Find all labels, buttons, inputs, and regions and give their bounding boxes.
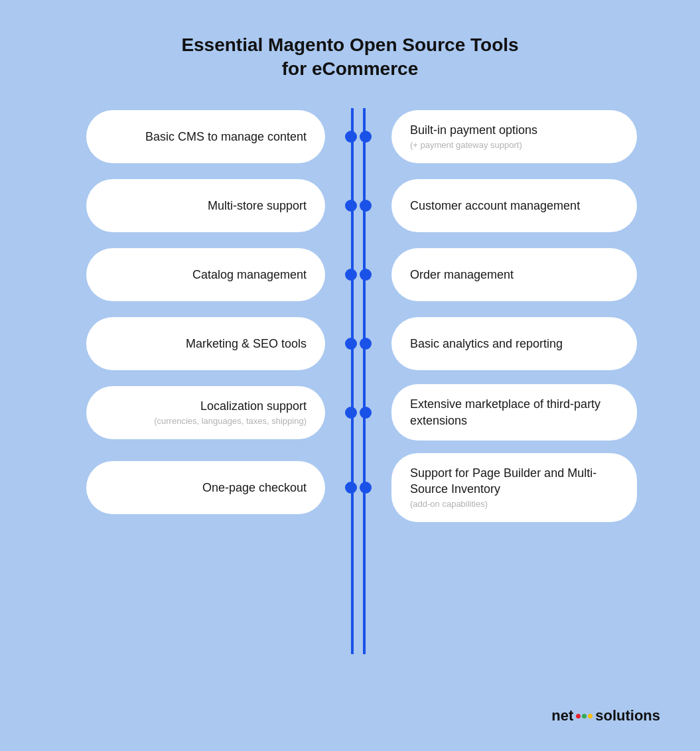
left-cell-4: Marketing & SEO tools bbox=[40, 317, 325, 370]
right-pill-6: Support for Page Builder and Multi-Sourc… bbox=[391, 453, 637, 522]
right-cell-5: Extensive marketplace of third-party ext… bbox=[391, 384, 660, 441]
left-cell-6: One-page checkout bbox=[40, 461, 325, 514]
left-pill-1: Basic CMS to manage content bbox=[86, 110, 325, 163]
dot-right-3 bbox=[360, 269, 372, 281]
left-cell-2: Multi-store support bbox=[40, 179, 325, 232]
right-cell-3: Order management bbox=[391, 248, 660, 301]
dot-right-2 bbox=[360, 200, 372, 212]
left-cell-3: Catalog management bbox=[40, 248, 325, 301]
brand-dot-group bbox=[576, 714, 593, 718]
left-pill-6: One-page checkout bbox=[86, 461, 325, 514]
brand-dot-red bbox=[576, 714, 581, 718]
center-cell-2 bbox=[325, 177, 391, 234]
brand-logo: net solutions bbox=[551, 707, 660, 724]
right-main-text-4: Basic analytics and reporting bbox=[410, 336, 618, 352]
center-cell-6 bbox=[325, 459, 391, 516]
left-main-text-2: Multi-store support bbox=[105, 198, 307, 214]
footer: net solutions bbox=[40, 707, 660, 724]
page-title: Essential Magento Open Source Tools for … bbox=[181, 33, 518, 82]
right-pill-5: Extensive marketplace of third-party ext… bbox=[391, 384, 637, 441]
row-1: Basic CMS to manage contentBuilt-in paym… bbox=[40, 108, 660, 165]
center-cell-1 bbox=[325, 108, 391, 165]
left-cell-5: Localization support(currencies, languag… bbox=[40, 386, 325, 439]
row-5: Localization support(currencies, languag… bbox=[40, 384, 660, 441]
diagram: Basic CMS to manage contentBuilt-in paym… bbox=[40, 108, 660, 694]
right-pill-2: Customer account management bbox=[391, 179, 637, 232]
left-pill-4: Marketing & SEO tools bbox=[86, 317, 325, 370]
left-main-text-3: Catalog management bbox=[105, 267, 307, 283]
brand-solutions: solutions bbox=[595, 707, 660, 724]
left-cell-1: Basic CMS to manage content bbox=[40, 110, 325, 163]
right-cell-4: Basic analytics and reporting bbox=[391, 317, 660, 370]
brand-dot-yellow bbox=[588, 714, 593, 718]
brand-dot-green bbox=[582, 714, 587, 718]
right-main-text-5: Extensive marketplace of third-party ext… bbox=[410, 396, 618, 429]
row-6: One-page checkoutSupport for Page Builde… bbox=[40, 453, 660, 522]
dot-left-5 bbox=[345, 407, 357, 419]
left-pill-5: Localization support(currencies, languag… bbox=[86, 386, 325, 439]
right-pill-3: Order management bbox=[391, 248, 637, 301]
center-cell-3 bbox=[325, 246, 391, 303]
right-sub-text-6: (add-on capabilities) bbox=[410, 499, 618, 510]
dot-right-4 bbox=[360, 338, 372, 350]
right-main-text-6: Support for Page Builder and Multi-Sourc… bbox=[410, 465, 618, 498]
left-pill-2: Multi-store support bbox=[86, 179, 325, 232]
dot-left-2 bbox=[345, 200, 357, 212]
row-3: Catalog managementOrder management bbox=[40, 246, 660, 303]
right-main-text-1: Built-in payment options bbox=[410, 122, 618, 138]
dot-left-3 bbox=[345, 269, 357, 281]
rows-container: Basic CMS to manage contentBuilt-in paym… bbox=[40, 108, 660, 522]
brand-net: net bbox=[551, 707, 573, 724]
dot-right-6 bbox=[360, 482, 372, 494]
right-cell-2: Customer account management bbox=[391, 179, 660, 232]
row-4: Marketing & SEO toolsBasic analytics and… bbox=[40, 315, 660, 372]
row-2: Multi-store supportCustomer account mana… bbox=[40, 177, 660, 234]
dot-left-6 bbox=[345, 482, 357, 494]
right-main-text-2: Customer account management bbox=[410, 198, 618, 214]
left-main-text-1: Basic CMS to manage content bbox=[105, 129, 307, 145]
left-main-text-6: One-page checkout bbox=[105, 480, 307, 496]
dot-right-5 bbox=[360, 407, 372, 419]
right-pill-4: Basic analytics and reporting bbox=[391, 317, 637, 370]
dot-left-4 bbox=[345, 338, 357, 350]
left-main-text-5: Localization support bbox=[105, 398, 307, 414]
right-main-text-3: Order management bbox=[410, 267, 618, 283]
right-cell-1: Built-in payment options(+ payment gatew… bbox=[391, 110, 660, 163]
dot-left-1 bbox=[345, 131, 357, 143]
right-cell-6: Support for Page Builder and Multi-Sourc… bbox=[391, 453, 660, 522]
dot-right-1 bbox=[360, 131, 372, 143]
left-pill-3: Catalog management bbox=[86, 248, 325, 301]
right-pill-1: Built-in payment options(+ payment gatew… bbox=[391, 110, 637, 163]
left-main-text-4: Marketing & SEO tools bbox=[105, 336, 307, 352]
right-sub-text-1: (+ payment gateway support) bbox=[410, 140, 618, 151]
center-cell-5 bbox=[325, 384, 391, 441]
left-sub-text-5: (currencies, languages, taxes, shipping) bbox=[105, 416, 307, 427]
center-cell-4 bbox=[325, 315, 391, 372]
